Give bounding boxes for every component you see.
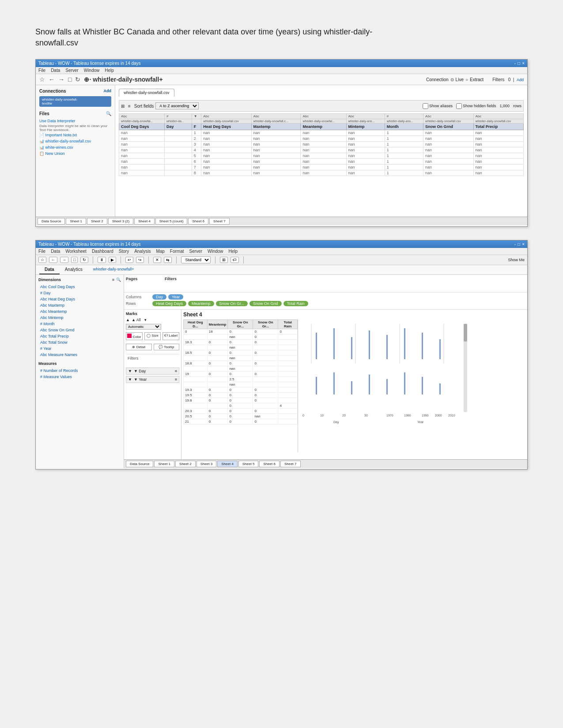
data-source-link[interactable]: whistler-daily-snowfall+ bbox=[93, 267, 134, 271]
day-filter-icon[interactable]: ≡ bbox=[175, 369, 177, 373]
tab-sheet7[interactable]: Sheet 7 bbox=[209, 218, 230, 225]
tab-data-source[interactable]: Data Source bbox=[38, 218, 65, 225]
dim-maxtemp[interactable]: Abc Maxtemp bbox=[38, 302, 121, 308]
show-me-label[interactable]: Show Me bbox=[508, 258, 525, 262]
tab-sheet3[interactable]: Sheet 3 (2) bbox=[108, 218, 134, 225]
marks-label-btn[interactable]: 🏷 Label bbox=[162, 332, 179, 340]
columns-pill-year[interactable]: Year bbox=[168, 294, 183, 300]
window1-maximize[interactable]: □ bbox=[518, 61, 520, 66]
menu-window[interactable]: Window bbox=[84, 68, 100, 73]
menu2-story[interactable]: Story bbox=[119, 249, 129, 254]
menu-server[interactable]: Server bbox=[65, 68, 78, 73]
connection-item[interactable]: whistler-daily-snowfall- textfile bbox=[39, 96, 111, 107]
rows-pill-snow-gr1[interactable]: Snow On Gr... bbox=[216, 301, 248, 306]
col-total-precip[interactable]: Total Precip bbox=[473, 124, 523, 130]
nav-right-icon[interactable]: → bbox=[58, 76, 64, 83]
nav-back-icon[interactable]: ☆ bbox=[39, 76, 45, 83]
viz-col-mean[interactable]: Meantemp bbox=[207, 320, 228, 329]
viz-col-rain[interactable]: Total Rain bbox=[278, 320, 298, 329]
tab-sheet4[interactable]: Sheet 4 bbox=[134, 218, 155, 225]
save-icon[interactable]: □ bbox=[68, 76, 72, 83]
col-heat-deg[interactable]: Heat Deg Days bbox=[201, 124, 251, 130]
menu2-data[interactable]: Data bbox=[51, 249, 60, 254]
marks-size-btn[interactable]: ◯ Size bbox=[144, 332, 161, 340]
menu-help[interactable]: Help bbox=[105, 68, 114, 73]
show-hidden-checkbox[interactable] bbox=[456, 103, 462, 109]
dim-month[interactable]: # Month bbox=[38, 321, 121, 327]
dim-heat-deg[interactable]: Abc Heat Deg Days bbox=[38, 296, 121, 302]
toolbar-undo-btn[interactable]: ↩ bbox=[125, 257, 133, 263]
viz-col-snow2[interactable]: Snow On Gr... bbox=[253, 320, 278, 329]
nav-left-icon[interactable]: ← bbox=[49, 76, 55, 83]
toolbar-swap-btn[interactable]: ⇆ bbox=[164, 257, 172, 263]
file-item-2[interactable]: 📊 white-wines.csv bbox=[39, 144, 111, 150]
viz-col-heat[interactable]: Heat Deg D... bbox=[184, 320, 208, 329]
dim-measure-names[interactable]: Abc Measure Names bbox=[38, 352, 121, 358]
new-union-btn[interactable]: 📋 New Union bbox=[39, 150, 111, 157]
col-maxtemp[interactable]: Maxtemp bbox=[251, 124, 301, 130]
dim-total-precip[interactable]: Abc Total Precip bbox=[38, 333, 121, 339]
tab2-sheet7[interactable]: Sheet 7 bbox=[280, 461, 301, 467]
tab-data[interactable]: Data bbox=[39, 265, 60, 274]
toolbar-run-btn[interactable]: ▶ bbox=[109, 257, 116, 263]
measure-num-records[interactable]: # Number of Records bbox=[38, 368, 121, 374]
menu2-window[interactable]: Window bbox=[208, 249, 223, 254]
toolbar-refresh-btn[interactable]: ↻ bbox=[80, 257, 88, 263]
dim-snow-grnd[interactable]: Abc Snow On Grnd bbox=[38, 327, 121, 333]
toolbar-label-btn[interactable]: 🏷 bbox=[230, 257, 239, 263]
toolbar-format-btn[interactable]: ⊞ bbox=[220, 257, 228, 263]
rows-pill-total-rain[interactable]: Total Rain bbox=[283, 301, 308, 306]
toolbar-back-btn[interactable]: ☆ bbox=[38, 257, 46, 263]
window1-close[interactable]: × bbox=[522, 61, 525, 66]
tab-sheet5[interactable]: Sheet 5 (count) bbox=[155, 218, 188, 225]
tab2-sheet6[interactable]: Sheet 6 bbox=[259, 461, 280, 467]
menu2-dashboard[interactable]: Dashboard bbox=[92, 249, 113, 254]
menu-file[interactable]: File bbox=[38, 68, 45, 73]
col-month[interactable]: Month bbox=[385, 124, 423, 130]
file-item-1[interactable]: 📊 whistler-daily-snowfall.csv bbox=[39, 138, 111, 144]
rows-pill-heat[interactable]: Heat Deg Days bbox=[152, 301, 186, 306]
menu2-server[interactable]: Server bbox=[189, 249, 202, 254]
add-connection-btn[interactable]: Add bbox=[104, 89, 112, 94]
marks-tooltip-btn[interactable]: 💬 Tooltip bbox=[154, 344, 180, 350]
files-search-icon[interactable]: 🔍 bbox=[106, 111, 111, 116]
tab2-sheet3[interactable]: Sheet 3 bbox=[196, 461, 217, 467]
rows-pill-snow-gr2[interactable]: Snow On Grid bbox=[249, 301, 282, 306]
dim-year[interactable]: # Year bbox=[38, 345, 121, 352]
menu2-map[interactable]: Map bbox=[156, 249, 164, 254]
filters-add-btn[interactable]: Add bbox=[517, 78, 524, 82]
use-data-interpreter[interactable]: Use Data Interpreter bbox=[39, 118, 111, 124]
marks-detail-btn[interactable]: ⊕ Detail bbox=[126, 344, 152, 350]
tab-sheet2[interactable]: Sheet 2 bbox=[87, 218, 107, 225]
menu2-analysis[interactable]: Analysis bbox=[134, 249, 151, 254]
dim-total-snow[interactable]: Abc Total Snow bbox=[38, 339, 121, 345]
col-meantemp[interactable]: Meantemp bbox=[301, 124, 346, 130]
live-radio[interactable]: ⊙ bbox=[450, 77, 454, 82]
tab-sheet1[interactable]: Sheet 1 bbox=[66, 218, 86, 225]
dim-day[interactable]: # Day bbox=[38, 290, 121, 296]
toolbar-redo-btn[interactable]: ↪ bbox=[136, 257, 144, 263]
window2-maximize[interactable]: □ bbox=[518, 242, 520, 247]
active-sheet-tab[interactable]: whistler-daily-snowfall.csv bbox=[119, 89, 174, 97]
extract-radio[interactable]: ○ bbox=[465, 77, 468, 82]
marks-options-icon[interactable]: ▾ bbox=[144, 318, 147, 322]
marks-color-btn[interactable]: Color bbox=[126, 332, 143, 340]
menu2-help[interactable]: Help bbox=[229, 249, 238, 254]
rows-pill-meantemp[interactable]: Meantemp bbox=[188, 301, 214, 306]
tab-sheet6[interactable]: Sheet 6 bbox=[188, 218, 208, 225]
standard-dropdown[interactable]: Standard bbox=[181, 256, 211, 263]
show-hidden-label[interactable]: Show hidden fields bbox=[456, 103, 496, 109]
show-aliases-label[interactable]: Show aliases bbox=[423, 103, 453, 109]
tab2-sheet5[interactable]: Sheet 5 bbox=[238, 461, 259, 467]
year-filter-icon[interactable]: ≡ bbox=[175, 377, 177, 382]
col-day[interactable]: Day bbox=[165, 124, 192, 130]
tab2-data-source[interactable]: Data Source bbox=[126, 461, 153, 467]
tab-analytics[interactable]: Analytics bbox=[60, 265, 88, 274]
toolbar-pause-btn[interactable]: ⏸ bbox=[98, 257, 106, 263]
toolbar-nav2-btn[interactable]: → bbox=[60, 257, 68, 263]
menu2-worksheet[interactable]: Worksheet bbox=[65, 249, 87, 254]
columns-pill-day[interactable]: Day bbox=[152, 294, 166, 300]
year-filter-item[interactable]: ▼ ▼ Year ≡ bbox=[126, 376, 179, 383]
marks-type-dropdown[interactable]: Automatic bbox=[126, 324, 161, 330]
window2-close[interactable]: × bbox=[522, 242, 525, 247]
